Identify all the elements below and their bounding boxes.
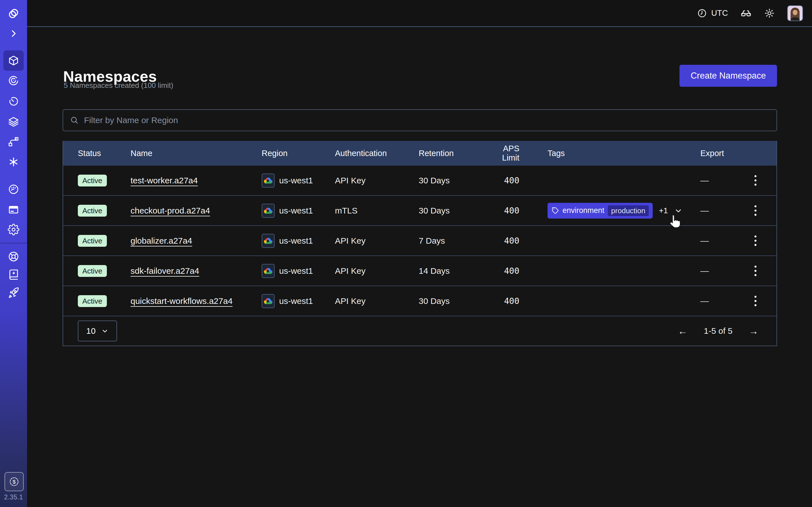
page-size-value: 10 (86, 326, 96, 336)
table-pagination: 10 ← 1-5 of 5 → (63, 316, 776, 346)
asterisk-icon (8, 156, 19, 168)
brightness-icon[interactable] (764, 8, 775, 18)
status-badge: Active (78, 295, 107, 307)
region-cell: us-west1 (262, 204, 335, 218)
auth-cell: API Key (335, 176, 419, 185)
workflow-branch-icon (8, 136, 19, 148)
search-icon (70, 116, 79, 125)
timezone-label: UTC (711, 8, 728, 18)
namespaces-table: Status Name Region Authentication Retent… (63, 141, 777, 346)
tags-cell: environment production +1 (519, 203, 700, 219)
sidebar-item-getting-started[interactable] (0, 286, 27, 300)
prev-page-button[interactable]: ← (678, 326, 688, 336)
next-page-button[interactable]: → (749, 326, 758, 336)
retention-cell: 30 Days (419, 206, 485, 216)
auth-cell: API Key (335, 296, 419, 306)
app-root: $ 2.35.1 UTC (0, 0, 812, 507)
sidebar-item-settings[interactable] (0, 223, 27, 236)
namespace-link[interactable]: globalizer.a27a4 (131, 236, 192, 245)
row-menu-button[interactable] (753, 204, 758, 217)
page-size-select[interactable]: 10 (78, 321, 117, 341)
aps-limit-cell: 400 (485, 296, 519, 306)
lifebuoy-icon (8, 251, 19, 263)
spiral-eye-icon (8, 74, 19, 86)
avatar[interactable] (787, 5, 803, 21)
sidebar-expand-button[interactable] (0, 27, 27, 40)
temporal-logo-icon (8, 8, 19, 19)
timer-icon (8, 96, 19, 107)
glasses-icon[interactable] (741, 8, 752, 19)
sidebar-item-deployments[interactable] (0, 115, 27, 128)
export-cell: — (700, 266, 746, 276)
gear-icon (8, 224, 19, 235)
svg-text:$: $ (13, 479, 16, 485)
book-sparkle-icon (8, 269, 19, 281)
auth-cell: API Key (335, 236, 419, 245)
app-version: 2.35.1 (0, 494, 27, 501)
namespace-link[interactable]: quickstart-workflows.a27a4 (131, 296, 233, 305)
table-header: Status Name Region Authentication Retent… (63, 141, 776, 166)
region-cell: us-west1 (262, 234, 335, 248)
retention-cell: 14 Days (419, 266, 485, 276)
sidebar-item-billing[interactable] (0, 203, 27, 216)
table-row: Active quickstart-workflows.a27a4 us-wes… (63, 286, 776, 316)
region-label: us-west1 (279, 266, 313, 276)
namespace-link[interactable]: sdk-failover.a27a4 (131, 266, 199, 276)
namespace-link[interactable]: test-worker.a27a4 (131, 176, 198, 185)
status-badge: Active (78, 205, 107, 217)
gcp-icon (262, 264, 274, 278)
row-menu-button[interactable] (753, 264, 758, 278)
gcp-icon (262, 234, 274, 248)
create-namespace-button[interactable]: Create Namespace (679, 65, 777, 87)
sidebar-item-namespaces[interactable] (0, 54, 27, 67)
export-cell: — (700, 236, 746, 245)
timezone-selector[interactable]: UTC (697, 8, 728, 18)
auth-cell: API Key (335, 266, 419, 276)
sidebar-item-usage[interactable] (0, 182, 27, 196)
sidebar: $ 2.35.1 (0, 0, 27, 507)
tags-expand-chevron-icon[interactable] (674, 207, 682, 215)
sidebar-item-nexus[interactable] (0, 155, 27, 169)
retention-cell: 7 Days (419, 236, 485, 245)
sidebar-item-batch-operations[interactable] (0, 135, 27, 149)
region-cell: us-west1 (262, 264, 335, 278)
table-row: Active globalizer.a27a4 us-west1 API Key (63, 225, 776, 256)
sidebar-item-logo[interactable] (0, 7, 27, 20)
aps-limit-cell: 400 (485, 175, 519, 185)
region-cell: us-west1 (262, 173, 335, 187)
credit-card-icon (8, 204, 19, 216)
tag-chip[interactable]: environment production (548, 203, 653, 219)
row-menu-button[interactable] (753, 173, 758, 187)
tag-value: production (608, 205, 649, 216)
layers-icon (8, 116, 19, 128)
sidebar-item-schedules[interactable] (0, 95, 27, 108)
tag-more-count[interactable]: +1 (659, 206, 668, 215)
table-body: Active test-worker.a27a4 us-west1 API Ke… (63, 166, 776, 316)
page-subtitle: 5 Namespaces created (100 limit) (64, 81, 173, 90)
clock-icon (697, 8, 707, 18)
filter-search-input[interactable] (84, 115, 770, 125)
status-badge: Active (78, 235, 107, 247)
cube-icon (8, 55, 19, 66)
sidebar-item-workflows[interactable] (0, 73, 27, 87)
avatar-image (788, 6, 802, 20)
chevron-down-icon (101, 327, 109, 335)
col-header-tags: Tags (519, 149, 700, 158)
col-header-aps: APS Limit (485, 144, 519, 163)
col-header-auth: Authentication (335, 149, 419, 158)
pager-controls: ← 1-5 of 5 → (678, 326, 758, 336)
status-badge: Active (78, 175, 107, 186)
sidebar-item-support[interactable] (0, 250, 27, 263)
region-label: us-west1 (279, 236, 313, 245)
namespace-link[interactable]: checkout-prod.a27a4 (131, 206, 210, 215)
status-badge: Active (78, 265, 107, 277)
row-menu-button[interactable] (753, 294, 758, 308)
col-header-region: Region (262, 149, 335, 158)
filter-search-bar (63, 109, 777, 131)
row-menu-button[interactable] (753, 234, 758, 247)
tag-icon (552, 207, 559, 214)
retention-cell: 30 Days (419, 176, 485, 185)
sidebar-item-docs[interactable] (0, 268, 27, 281)
sidebar-divider (0, 243, 27, 243)
sidebar-pricing-button[interactable]: $ (4, 472, 24, 491)
